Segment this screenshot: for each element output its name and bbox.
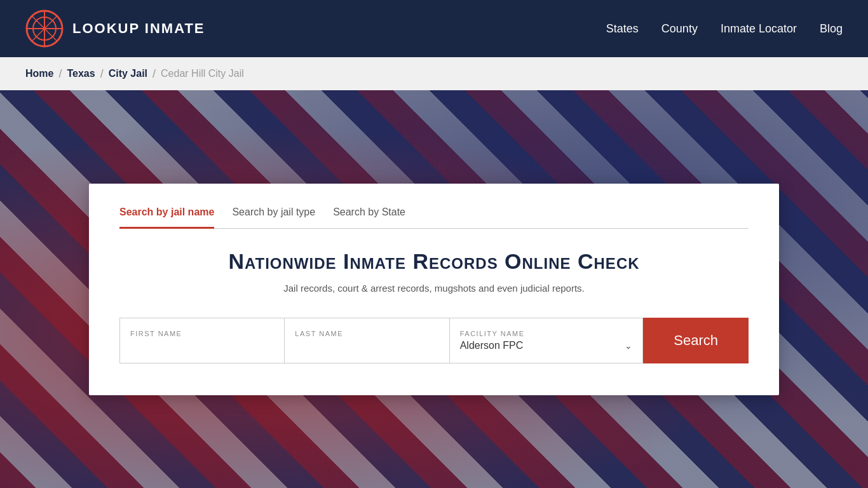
breadcrumb-home[interactable]: Home xyxy=(25,68,53,79)
breadcrumb-city-jail[interactable]: City Jail xyxy=(109,68,147,79)
tab-state[interactable]: Search by State xyxy=(333,207,405,229)
nav-blog[interactable]: Blog xyxy=(820,22,843,36)
logo-icon xyxy=(25,10,64,48)
page-title: Nationwide Inmate Records Online Check xyxy=(119,249,749,274)
logo-text: LOOKUP INMATE xyxy=(72,20,205,37)
facility-field[interactable]: FACILITY NAME Alderson FPC ⌄ xyxy=(449,318,644,363)
search-tabs: Search by jail name Search by jail type … xyxy=(119,207,749,229)
logo-area[interactable]: LOOKUP INMATE xyxy=(25,10,205,48)
subtitle: Jail records, court & arrest records, mu… xyxy=(119,283,749,294)
breadcrumb-current: Cedar Hill City Jail xyxy=(161,68,244,79)
breadcrumb: Home / Texas / City Jail / Cedar Hill Ci… xyxy=(0,57,868,90)
chevron-down-icon: ⌄ xyxy=(625,341,632,351)
facility-value: Alderson FPC xyxy=(460,340,524,351)
search-card: Search by jail name Search by jail type … xyxy=(89,184,779,395)
search-form: FIRST NAME LAST NAME FACILITY NAME Alder… xyxy=(119,318,749,363)
facility-label: FACILITY NAME xyxy=(460,330,633,337)
tab-jail-name[interactable]: Search by jail name xyxy=(119,207,214,229)
hero-section: Search by jail name Search by jail type … xyxy=(0,90,868,488)
last-name-input[interactable] xyxy=(295,340,438,351)
breadcrumb-sep-3: / xyxy=(153,67,156,81)
nav-states[interactable]: States xyxy=(606,22,639,36)
nav-inmate-locator[interactable]: Inmate Locator xyxy=(721,22,797,36)
search-button[interactable]: Search xyxy=(643,318,749,363)
last-name-label: LAST NAME xyxy=(295,330,438,337)
first-name-label: FIRST NAME xyxy=(130,330,274,337)
breadcrumb-sep-2: / xyxy=(100,67,104,81)
site-header: LOOKUP INMATE States County Inmate Locat… xyxy=(0,0,868,57)
main-nav: States County Inmate Locator Blog xyxy=(606,22,843,36)
nav-county[interactable]: County xyxy=(661,22,698,36)
last-name-field: LAST NAME xyxy=(284,318,449,363)
tab-jail-type[interactable]: Search by jail type xyxy=(232,207,315,229)
breadcrumb-texas[interactable]: Texas xyxy=(67,68,95,79)
facility-select-row[interactable]: Alderson FPC ⌄ xyxy=(460,340,633,351)
first-name-input[interactable] xyxy=(130,340,274,351)
breadcrumb-sep-1: / xyxy=(58,67,62,81)
first-name-field: FIRST NAME xyxy=(119,318,284,363)
